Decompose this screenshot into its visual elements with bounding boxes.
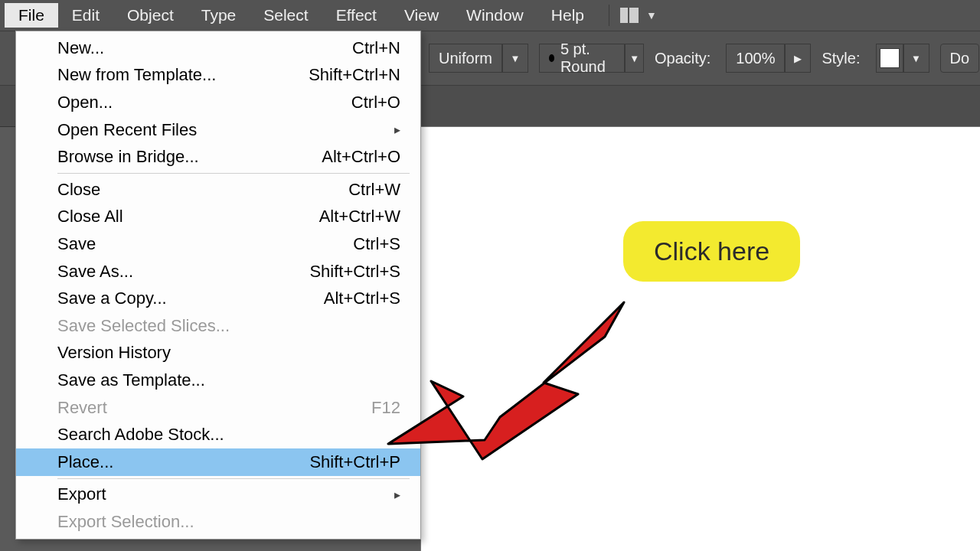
menu-item-label: Close All: [57, 207, 123, 227]
menu-item-shortcut: Shift+Ctrl+N: [309, 65, 400, 85]
menu-item-browse-in-bridge[interactable]: Browse in Bridge...Alt+Ctrl+O: [16, 143, 420, 171]
menu-window[interactable]: Window: [452, 3, 537, 28]
document-setup-button[interactable]: Do: [940, 44, 980, 73]
menu-item-place[interactable]: Place...Shift+Ctrl+P: [16, 448, 420, 476]
menu-item-shortcut: Alt+Ctrl+W: [319, 207, 400, 227]
menu-item-close[interactable]: CloseCtrl+W: [16, 176, 420, 204]
menu-item-new-from-template[interactable]: New from Template...Shift+Ctrl+N: [16, 62, 420, 90]
file-menu-dropdown: New...Ctrl+NNew from Template...Shift+Ct…: [15, 31, 421, 540]
menu-item-label: New from Template...: [57, 65, 216, 85]
arrange-documents-button[interactable]: ▼: [620, 8, 657, 23]
menubar-separator: [609, 5, 609, 26]
menu-item-shortcut: Ctrl+W: [348, 180, 400, 200]
menu-item-label: Export: [57, 484, 106, 504]
menu-item-export-selection: Export Selection...: [16, 508, 420, 536]
menu-item-label: Open...: [57, 93, 113, 112]
menu-item-label: Save Selected Slices...: [57, 316, 230, 336]
brush-value: 5 pt. Round: [539, 44, 625, 73]
menu-item-label: Close: [57, 180, 100, 200]
menu-item-shortcut: Ctrl+O: [351, 93, 400, 112]
menu-item-open[interactable]: Open...Ctrl+O: [16, 89, 420, 116]
menu-file[interactable]: File: [5, 3, 58, 28]
dot-icon: [549, 54, 554, 62]
stroke-profile-value: Uniform: [429, 44, 502, 73]
menu-item-label: New...: [57, 38, 104, 58]
menubar: FileEditObjectTypeSelectEffectViewWindow…: [0, 0, 980, 31]
menu-item-revert: RevertF12: [16, 394, 420, 422]
menu-divider: [57, 478, 410, 479]
callout-text: Click here: [654, 236, 769, 266]
menu-item-close-all[interactable]: Close AllAlt+Ctrl+W: [16, 204, 420, 231]
menu-item-export[interactable]: Export: [16, 481, 420, 509]
menu-item-save[interactable]: SaveCtrl+S: [16, 230, 420, 258]
svg-marker-3: [388, 302, 624, 459]
style-field[interactable]: ▼: [876, 44, 929, 73]
menu-item-label: Save: [57, 234, 96, 254]
menu-item-save-selected-slices: Save Selected Slices...: [16, 312, 420, 340]
menu-item-label: Save as Template...: [57, 370, 205, 390]
menu-item-shortcut: Ctrl+N: [352, 38, 400, 58]
menu-item-label: Search Adobe Stock...: [57, 425, 224, 445]
brush-field[interactable]: 5 pt. Round ▼: [539, 44, 644, 73]
opacity-label: Opacity:: [655, 50, 710, 67]
menu-item-label: Save a Copy...: [57, 289, 167, 308]
menu-item-label: Save As...: [57, 262, 133, 282]
menu-item-version-history[interactable]: Version History: [16, 340, 420, 367]
menu-effect[interactable]: Effect: [322, 3, 390, 28]
menu-item-label: Revert: [57, 398, 107, 418]
menu-item-label: Export Selection...: [57, 512, 194, 532]
menu-item-shortcut: Shift+Ctrl+S: [309, 262, 400, 282]
style-swatch: [876, 44, 903, 73]
swatch-icon: [880, 48, 900, 68]
menu-item-save-a-copy[interactable]: Save a Copy...Alt+Ctrl+S: [16, 285, 420, 312]
menu-select[interactable]: Select: [250, 3, 322, 28]
callout-bubble: Click here: [623, 221, 800, 282]
chevron-down-icon[interactable]: ▼: [903, 44, 929, 73]
menu-item-label: Open Recent Files: [57, 120, 197, 140]
arrange-documents-icon: [620, 8, 639, 23]
menu-item-save-as[interactable]: Save As...Shift+Ctrl+S: [16, 258, 420, 285]
menu-object[interactable]: Object: [113, 3, 188, 28]
menu-item-new[interactable]: New...Ctrl+N: [16, 34, 420, 62]
menu-item-label: Browse in Bridge...: [57, 147, 199, 167]
menu-item-search-adobe-stock[interactable]: Search Adobe Stock...: [16, 421, 420, 448]
red-arrow-icon: [387, 298, 632, 463]
menu-help[interactable]: Help: [537, 3, 598, 28]
chevron-right-icon[interactable]: ▶: [785, 44, 811, 73]
opacity-value: 100%: [726, 44, 785, 73]
menu-item-label: Version History: [57, 343, 171, 363]
chevron-down-icon[interactable]: ▼: [502, 44, 528, 73]
stroke-profile-field[interactable]: Uniform ▼: [429, 44, 528, 73]
chevron-down-icon[interactable]: ▼: [625, 44, 644, 73]
menu-item-open-recent-files[interactable]: Open Recent Files: [16, 116, 420, 144]
menu-divider: [57, 173, 410, 174]
style-label: Style:: [822, 50, 860, 67]
menu-item-shortcut: Ctrl+S: [353, 234, 400, 254]
menu-item-shortcut: Alt+Ctrl+O: [322, 147, 400, 167]
menu-item-label: Place...: [57, 452, 113, 472]
menu-item-save-as-template[interactable]: Save as Template...: [16, 367, 420, 394]
chevron-down-icon: ▼: [646, 9, 657, 21]
menu-type[interactable]: Type: [188, 3, 250, 28]
menu-view[interactable]: View: [390, 3, 452, 28]
menu-edit[interactable]: Edit: [58, 3, 113, 28]
opacity-field[interactable]: 100% ▶: [726, 44, 811, 73]
